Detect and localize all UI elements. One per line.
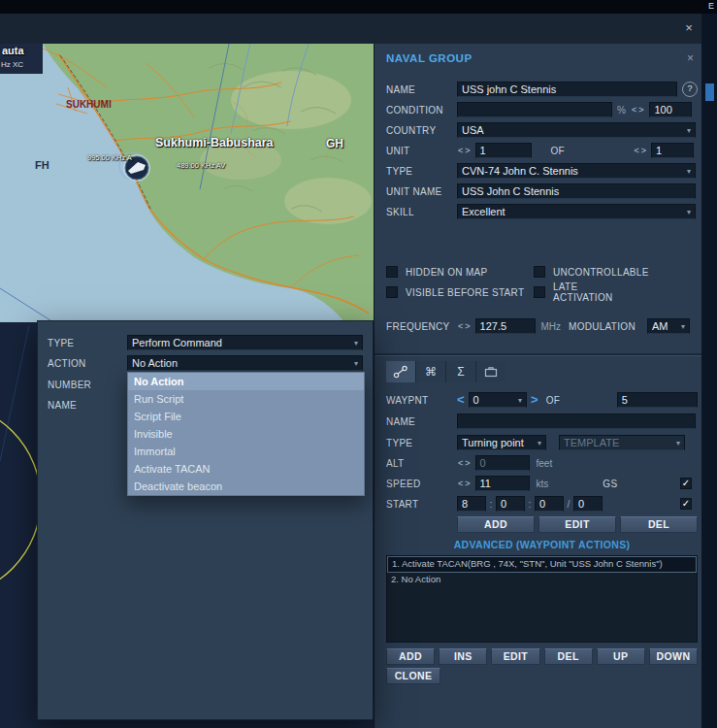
speed-input[interactable]: 11 [475, 476, 530, 491]
panel-header: NAVAL GROUP × [386, 50, 698, 66]
waypnt-total-input[interactable]: 5 [617, 392, 698, 408]
map-label-freq-a: 995.00 KHz A [87, 153, 132, 162]
late-activation-checkbox[interactable] [534, 286, 545, 298]
wp-type-label: TYPE [386, 438, 457, 448]
checkbox-row-1: HIDDEN ON MAP UNCONTROLLABLE [386, 264, 698, 280]
advanced-row: ADVANCED (WAYPOINT ACTIONS) [386, 537, 698, 552]
start-hour-input[interactable]: 8 [457, 496, 486, 512]
dropdown-option[interactable]: No Action [128, 373, 364, 390]
scrollbar[interactable] [701, 14, 717, 728]
waypoint-next-icon[interactable]: > [531, 393, 538, 407]
hidden-on-map-checkbox[interactable] [386, 266, 398, 278]
unit-stepper[interactable]: <> [457, 146, 472, 155]
dialog-type-select[interactable]: Perform Command ▾ [127, 335, 363, 350]
sigma-icon: Σ [457, 365, 464, 379]
alt-input[interactable]: 0 [475, 455, 530, 471]
skill-select[interactable]: Excellent ▾ [457, 204, 696, 219]
tab-cargo[interactable] [476, 361, 505, 382]
wp-type-select[interactable]: Turning point ▾ [457, 435, 546, 450]
dialog-name-label: NAME [48, 400, 127, 411]
condition-stepper[interactable]: <> [631, 105, 645, 115]
unit-type-select[interactable]: CVN-74 John C. Stennis ▾ [457, 163, 696, 179]
dropdown-option[interactable]: Script File [128, 408, 364, 425]
frequency-stepper[interactable]: <> [457, 321, 472, 331]
clone-button[interactable]: CLONE [386, 668, 440, 684]
list-add-button[interactable]: ADD [386, 648, 435, 665]
condition-label: CONDITION [386, 105, 457, 116]
dropdown-option[interactable]: Immortal [128, 443, 364, 460]
country-label: COUNTRY [386, 125, 457, 136]
advanced-waypoint-actions-link[interactable]: ADVANCED (WAYPOINT ACTIONS) [386, 539, 698, 550]
condition-input[interactable] [457, 102, 612, 117]
group-name-input[interactable]: USS john C Stennis [457, 82, 677, 97]
wp-name-input[interactable] [457, 414, 696, 429]
list-edit-button[interactable]: EDIT [491, 648, 539, 665]
start-label: START [386, 499, 457, 510]
start-checkbox[interactable]: ✓ [680, 498, 692, 510]
tab-route[interactable] [386, 361, 415, 382]
unit-count-stepper[interactable]: <> [634, 146, 648, 155]
dropdown-option[interactable]: Activate TACAN [128, 460, 364, 478]
waypoint-actions-list[interactable]: 1. Activate TACAN(BRG , 74X, "STN", Unit… [386, 555, 698, 643]
visible-before-start-checkbox[interactable] [386, 286, 398, 298]
condition-max-input[interactable]: 100 [649, 102, 692, 117]
unit-name-row: UNIT NAME USS John C Stennis [386, 183, 698, 199]
wp-edit-button[interactable]: EDIT [538, 516, 616, 533]
chevron-down-icon: ▾ [676, 439, 680, 447]
uncontrollable-label: UNCONTROLLABLE [553, 267, 624, 278]
waypoint-prev-icon[interactable]: < [457, 393, 465, 407]
action-list-item[interactable]: 1. Activate TACAN(BRG , 74X, "STN", Unit… [387, 556, 697, 573]
alt-label: ALT [386, 458, 457, 469]
dialog-type-row: TYPE Perform Command ▾ [48, 335, 365, 350]
dropdown-option[interactable]: Deactivate beacon [128, 478, 364, 495]
panel-close-icon[interactable]: × [687, 51, 694, 65]
speed-stepper[interactable]: <> [457, 479, 472, 488]
country-row: COUNTRY USA ▾ [386, 122, 698, 138]
scrollbar-thumb[interactable] [705, 83, 714, 101]
uncontrollable-checkbox[interactable] [534, 266, 545, 278]
unit-name-input[interactable]: USS John C Stennis [457, 183, 696, 199]
modulation-select[interactable]: AM ▾ [647, 318, 690, 334]
cargo-icon [484, 366, 498, 378]
dialog-action-select[interactable]: No Action ▾ [127, 355, 363, 371]
waypnt-of-label: OF [546, 395, 617, 406]
action-list-item[interactable]: 2. No Action [387, 573, 697, 587]
list-ins-button[interactable]: INS [439, 648, 487, 665]
unit-count-input[interactable]: 1 [651, 143, 694, 158]
wp-name-row: NAME [386, 414, 698, 429]
template-select[interactable]: TEMPLATE ▾ [559, 435, 685, 450]
window-titlebar: × [0, 14, 717, 44]
tab-command[interactable]: ⌘ [416, 361, 445, 382]
wp-add-button[interactable]: ADD [457, 516, 535, 533]
map-label-babushara: Sukhumi-Babushara [155, 136, 274, 149]
dropdown-option[interactable]: Run Script [128, 390, 364, 408]
late-activation-label: LATE ACTIVATION [553, 281, 624, 303]
tab-summary[interactable]: Σ [446, 361, 475, 382]
frequency-label: FREQUENCY [386, 321, 457, 332]
map-label-hz-xc: Hz XC [1, 60, 23, 69]
start-row: START 8 : 0 : 0 / 0 ✓ [386, 496, 698, 512]
list-down-button[interactable]: DOWN [649, 648, 698, 665]
colon-sep: : [486, 499, 496, 510]
check-icon: ✓ [682, 478, 690, 488]
chevron-down-icon: ▾ [687, 126, 691, 135]
help-icon[interactable]: ? [682, 82, 698, 97]
feet-label: feet [537, 458, 553, 469]
alt-stepper[interactable]: <> [457, 458, 472, 468]
start-sec-input[interactable]: 0 [535, 496, 564, 512]
waypnt-select[interactable]: 0 ▾ [469, 392, 527, 408]
start-min-input[interactable]: 0 [496, 496, 525, 512]
country-select[interactable]: USA ▾ [457, 122, 696, 138]
condition-row: CONDITION % <> 100 [386, 102, 698, 117]
frequency-input[interactable]: 127.5 [475, 318, 536, 334]
gs-checkbox[interactable]: ✓ [680, 478, 692, 489]
command-icon: ⌘ [425, 365, 437, 379]
unit-index-input[interactable]: 1 [475, 143, 532, 158]
list-del-button[interactable]: DEL [544, 648, 593, 665]
list-up-button[interactable]: UP [597, 648, 645, 665]
start-day-input[interactable]: 0 [573, 496, 603, 512]
window-close-icon[interactable]: × [681, 20, 697, 36]
unit-row: UNIT <> 1 OF <> 1 [386, 143, 698, 158]
dropdown-option[interactable]: Invisible [128, 425, 364, 443]
wp-del-button[interactable]: DEL [620, 516, 698, 533]
